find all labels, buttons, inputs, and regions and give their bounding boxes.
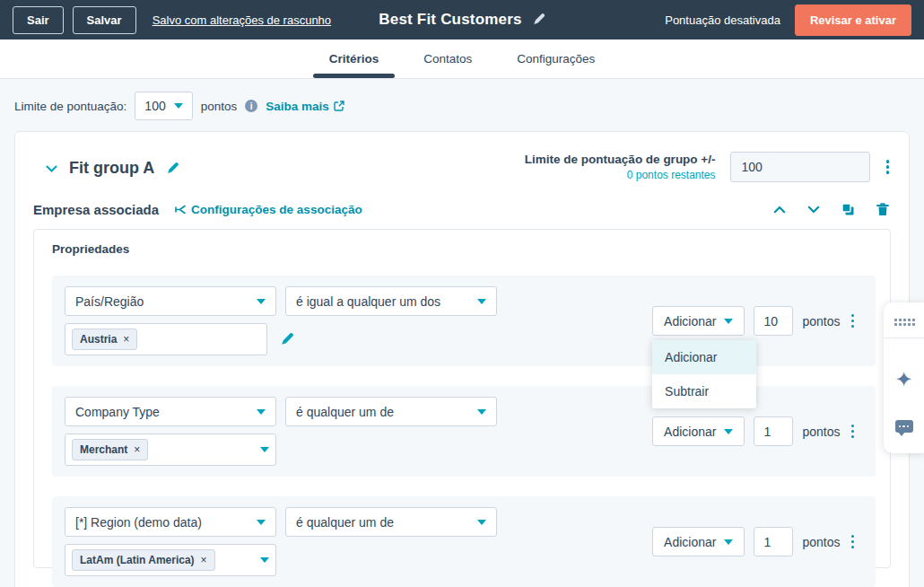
property-select-value: Company Type [75, 405, 160, 419]
value-tag-select[interactable]: LatAm (Latin America) × [65, 544, 276, 576]
score-limit-label: Limite de pontuação: [14, 100, 126, 113]
value-tag-input[interactable]: Austria × [65, 323, 267, 355]
criterion-options-kebab-icon[interactable] [850, 312, 857, 330]
review-activate-button[interactable]: Revisar e ativar [795, 4, 911, 36]
action-dropdown-menu: Adicionar Subtrair [652, 340, 756, 408]
chevron-down-icon [477, 520, 486, 525]
points-remaining-text: 0 pontos restantes [525, 169, 716, 181]
tab-criterios[interactable]: Critérios [326, 39, 383, 78]
value-tag: LatAm (Latin America) × [72, 549, 215, 571]
exit-button[interactable]: Sair [13, 6, 64, 34]
action-select-button[interactable]: Adicionar [652, 416, 745, 446]
value-tag-label: LatAm (Latin America) [80, 554, 195, 566]
properties-label: Propriedades [52, 242, 876, 256]
value-tag-label: Austria [80, 333, 117, 346]
operator-select-value: é qualquer um de [296, 405, 394, 419]
criterion-row-pais-regiao: País/Região é igual a qualquer um dos Au… [52, 276, 876, 366]
top-header-bar: Sair Salvar Salvo com alterações de rasc… [0, 0, 924, 39]
operator-select-value: é qualquer um de [296, 515, 394, 530]
tab-configuracoes[interactable]: Configurações [513, 39, 598, 78]
action-select-value: Adicionar [664, 314, 716, 329]
save-button[interactable]: Salvar [73, 6, 136, 34]
property-select-value: País/Região [75, 294, 144, 309]
action-select-value: Adicionar [664, 535, 716, 549]
external-link-icon [334, 101, 344, 111]
association-settings-label: Configurações de associação [191, 203, 362, 216]
chevron-down-icon [257, 409, 266, 415]
value-tag-select[interactable]: Merchant × [65, 434, 276, 466]
action-select-button[interactable]: Adicionar [652, 306, 745, 336]
association-settings-link[interactable]: Configurações de associação [175, 203, 362, 216]
edit-values-pencil-icon[interactable] [280, 333, 293, 346]
score-limit-value: 100 [144, 99, 165, 113]
ai-sparkle-icon[interactable]: ✦ [894, 369, 912, 390]
chevron-down-icon [260, 557, 269, 563]
chevron-down-icon [477, 299, 486, 304]
points-unit-label: pontos [802, 425, 840, 439]
group-name: Fit group A [69, 159, 154, 178]
delete-trash-icon[interactable] [876, 203, 889, 216]
operator-select[interactable]: é qualquer um de [285, 397, 497, 426]
chevron-down-icon [260, 447, 269, 452]
action-select-button[interactable]: Adicionar [652, 527, 745, 556]
scoring-status-text: Pontuação desativada [665, 13, 780, 27]
tab-bar: Critérios Contatos Configurações [0, 39, 924, 79]
menu-item-adicionar[interactable]: Adicionar [652, 340, 756, 374]
group-limit-label: Limite de pontuação de grupo +/- [525, 153, 716, 166]
info-icon[interactable]: i [245, 100, 257, 112]
divider [884, 337, 924, 338]
edit-group-name-pencil-icon[interactable] [166, 162, 179, 175]
move-down-chevron-icon[interactable] [807, 206, 820, 214]
property-select[interactable]: País/Região [65, 286, 276, 316]
chevron-down-icon [257, 299, 266, 304]
remove-tag-icon[interactable]: × [134, 443, 140, 456]
criterion-options-kebab-icon[interactable] [850, 423, 857, 441]
points-input[interactable] [754, 416, 793, 446]
remove-tag-icon[interactable]: × [201, 554, 207, 566]
tab-contatos[interactable]: Contatos [420, 39, 475, 78]
duplicate-icon[interactable] [841, 203, 855, 216]
value-tag: Austria × [72, 329, 137, 350]
page-title: Best Fit Customers [379, 11, 521, 29]
fit-group-card: Fit group A Limite de pontuação de grupo… [14, 131, 910, 587]
operator-select-value: é igual a qualquer um dos [296, 294, 440, 309]
property-select[interactable]: [*] Region (demo data) [65, 507, 276, 537]
chevron-down-icon [724, 319, 733, 324]
property-select[interactable]: Company Type [65, 397, 276, 426]
learn-more-link[interactable]: Saiba mais [266, 100, 344, 113]
action-select-value: Adicionar [664, 425, 716, 439]
learn-more-label: Saiba mais [266, 100, 329, 113]
collapse-group-chevron-icon[interactable] [46, 165, 57, 172]
criterion-options-kebab-icon[interactable] [850, 533, 857, 551]
chevron-down-icon [477, 409, 486, 415]
points-input[interactable] [754, 306, 793, 336]
criterion-row-region-demo: [*] Region (demo data) é qualquer um de … [52, 496, 876, 587]
association-title: Empresa associada [33, 202, 159, 217]
remove-tag-icon[interactable]: × [123, 333, 129, 346]
draft-status-link[interactable]: Salvo com alterações de rascunho [153, 13, 331, 27]
operator-select[interactable]: é qualquer um de [285, 507, 497, 537]
chevron-down-icon [174, 103, 183, 109]
drag-handle-icon[interactable] [893, 318, 915, 326]
property-select-value: [*] Region (demo data) [75, 515, 202, 530]
points-unit-label: pontos [802, 314, 840, 329]
group-limit-input[interactable] [730, 152, 870, 182]
chevron-down-icon [257, 520, 266, 525]
score-limit-row: Limite de pontuação: 100 pontos i Saiba … [0, 79, 924, 131]
chevron-down-icon [724, 429, 733, 434]
move-up-chevron-icon[interactable] [773, 206, 786, 214]
group-options-kebab-icon[interactable] [885, 158, 892, 176]
points-input[interactable] [754, 527, 793, 556]
chevron-down-icon [724, 539, 733, 545]
score-limit-unit: pontos [201, 100, 238, 113]
score-limit-select[interactable]: 100 [135, 92, 192, 120]
menu-item-subtrair[interactable]: Subtrair [652, 374, 756, 408]
properties-panel: Propriedades País/Região é igual a qualq… [33, 229, 891, 568]
chat-icon[interactable] [895, 420, 913, 433]
edit-title-pencil-icon[interactable] [533, 13, 545, 26]
value-tag: Merchant × [72, 439, 148, 460]
operator-select[interactable]: é igual a qualquer um dos [285, 286, 497, 316]
points-unit-label: pontos [802, 535, 840, 549]
floating-tools-rail: ✦ [884, 302, 924, 453]
value-tag-label: Merchant [80, 443, 127, 456]
